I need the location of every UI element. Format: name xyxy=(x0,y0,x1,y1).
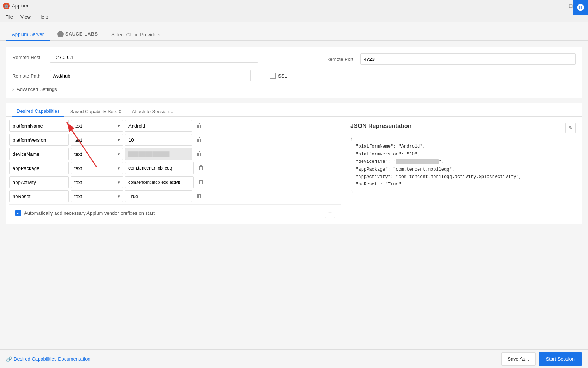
cap-value-appactivity[interactable] xyxy=(125,176,194,188)
delete-apppackage[interactable]: 🗑 xyxy=(196,163,206,173)
tab-desired-capabilities[interactable]: Desired Capabilities xyxy=(12,106,64,117)
cap-type-wrapper-apppackage: text boolean number xyxy=(71,162,123,174)
cap-type-wrapper-appactivity: text boolean number xyxy=(71,176,123,188)
advanced-settings-toggle[interactable]: › Advanced Settings xyxy=(12,85,576,93)
cap-row-platformname: text boolean number object 🗑 xyxy=(9,120,341,132)
remote-port-input[interactable] xyxy=(360,53,576,65)
chevron-right-icon: › xyxy=(12,87,14,92)
minimize-button[interactable]: − xyxy=(557,2,564,10)
save-as-button[interactable]: Save As... xyxy=(501,352,536,366)
remote-path-row: Remote Path SSL xyxy=(12,70,576,81)
cap-type-wrapper-devicename: text boolean number xyxy=(71,148,123,160)
cap-row-apppackage: text boolean number 🗑 xyxy=(9,162,341,174)
cap-value-platformversion[interactable] xyxy=(125,134,192,146)
add-capability-button[interactable]: + xyxy=(325,208,335,218)
cap-type-wrapper-platformversion: text boolean number xyxy=(71,134,123,146)
content-area: Remote Host Remote Port Remote Path SSL … xyxy=(0,41,588,349)
remote-path-input[interactable] xyxy=(50,70,251,81)
json-edit-button[interactable]: ✎ xyxy=(565,123,576,133)
cap-type-wrapper-noreset: text boolean number xyxy=(71,190,123,202)
menu-view[interactable]: View xyxy=(17,13,35,21)
tab-appium-server[interactable]: Appium Server xyxy=(6,29,50,41)
delete-platformname[interactable]: 🗑 xyxy=(194,121,205,131)
server-settings-form: Remote Host Remote Port Remote Path SSL … xyxy=(6,47,582,98)
app-brand-icon xyxy=(573,0,588,15)
cap-name-platformname[interactable] xyxy=(9,120,69,132)
delete-appactivity[interactable]: 🗑 xyxy=(196,177,206,187)
auto-prefix-checkbox[interactable]: ✓ xyxy=(15,210,21,216)
ssl-label: SSL xyxy=(278,73,287,79)
json-title: JSON Representation xyxy=(350,123,576,129)
cap-name-appactivity[interactable] xyxy=(9,176,69,188)
title-bar: 🤖 Appium − □ ✕ xyxy=(0,0,588,12)
cap-row-platformversion: text boolean number 🗑 xyxy=(9,134,341,146)
cap-value-noreset[interactable] xyxy=(125,190,192,202)
menu-file[interactable]: File xyxy=(1,13,17,21)
capabilities-footer: ✓ Automatically add necessary Appium ven… xyxy=(9,204,341,221)
tab-attach-session[interactable]: Attach to Session... xyxy=(127,106,178,116)
cap-value-platformname[interactable] xyxy=(125,120,192,132)
cap-row-appactivity: text boolean number 🗑 xyxy=(9,176,341,188)
cap-row-noreset: text boolean number 🗑 xyxy=(9,190,341,202)
cap-type-wrapper-platformname: text boolean number object xyxy=(71,120,123,132)
menu-help[interactable]: Help xyxy=(35,13,52,21)
cap-type-devicename[interactable]: text boolean number xyxy=(71,148,123,160)
remote-path-label: Remote Path xyxy=(12,73,46,79)
menu-bar: File View Help xyxy=(0,12,588,22)
window-title: Appium xyxy=(12,3,28,9)
start-session-button[interactable]: Start Session xyxy=(539,352,582,366)
cap-type-apppackage[interactable]: text boolean number xyxy=(71,162,123,174)
cap-name-devicename[interactable] xyxy=(9,148,69,160)
ssl-checkbox[interactable] xyxy=(270,73,276,79)
json-content: { "platformName": "Android", "platformVe… xyxy=(350,135,576,196)
capabilities-section: Desired Capabilities Saved Capability Se… xyxy=(6,103,582,224)
bottom-bar: 🔗 Desired Capabilities Documentation Sav… xyxy=(0,349,588,368)
remote-host-label: Remote Host xyxy=(12,55,46,60)
delete-noreset[interactable]: 🗑 xyxy=(194,191,205,201)
capabilities-body: text boolean number object 🗑 text xyxy=(6,117,582,224)
remote-host-input[interactable] xyxy=(50,52,258,63)
cap-type-noreset[interactable]: text boolean number xyxy=(71,190,123,202)
delete-devicename[interactable]: 🗑 xyxy=(194,149,205,159)
remote-port-label: Remote Port xyxy=(326,56,356,62)
auto-prefix-row: ✓ Automatically add necessary Appium ven… xyxy=(15,210,155,216)
auto-prefix-label: Automatically add necessary Appium vendo… xyxy=(24,210,155,216)
cap-row-devicename: text boolean number 🗑 xyxy=(9,148,341,160)
cap-type-appactivity[interactable]: text boolean number xyxy=(71,176,123,188)
tab-saucelabs[interactable]: SAUCE LABS xyxy=(51,28,104,40)
json-representation-panel: JSON Representation ✎ { "platformName": … xyxy=(344,117,582,224)
cap-type-platformversion[interactable]: text boolean number xyxy=(71,134,123,146)
cap-name-platformversion[interactable] xyxy=(9,134,69,146)
capabilities-table: text boolean number object 🗑 text xyxy=(6,117,344,224)
saucelabs-logo: SAUCE LABS xyxy=(57,31,98,37)
capabilities-tab-bar: Desired Capabilities Saved Capability Se… xyxy=(6,103,582,117)
remote-host-row: Remote Host Remote Port xyxy=(12,52,576,66)
main-tab-bar: Appium Server SAUCE LABS Select Cloud Pr… xyxy=(0,22,588,41)
delete-platformversion[interactable]: 🗑 xyxy=(194,135,205,145)
tab-cloud-providers[interactable]: Select Cloud Providers xyxy=(105,29,166,40)
docs-link[interactable]: 🔗 Desired Capabilities Documentation xyxy=(6,356,91,362)
cap-name-apppackage[interactable] xyxy=(9,162,69,174)
cap-type-platformname[interactable]: text boolean number object xyxy=(71,120,123,132)
sl-icon xyxy=(57,31,64,37)
app-icon: 🤖 xyxy=(3,3,10,9)
cap-name-noreset[interactable] xyxy=(9,190,69,202)
cap-value-apppackage[interactable] xyxy=(125,162,194,174)
tab-saved-capability-sets[interactable]: Saved Capability Sets 0 xyxy=(66,106,126,116)
action-buttons: Save As... Start Session xyxy=(501,352,582,366)
cap-value-devicename[interactable] xyxy=(125,148,192,160)
ssl-row: SSL xyxy=(270,73,287,79)
